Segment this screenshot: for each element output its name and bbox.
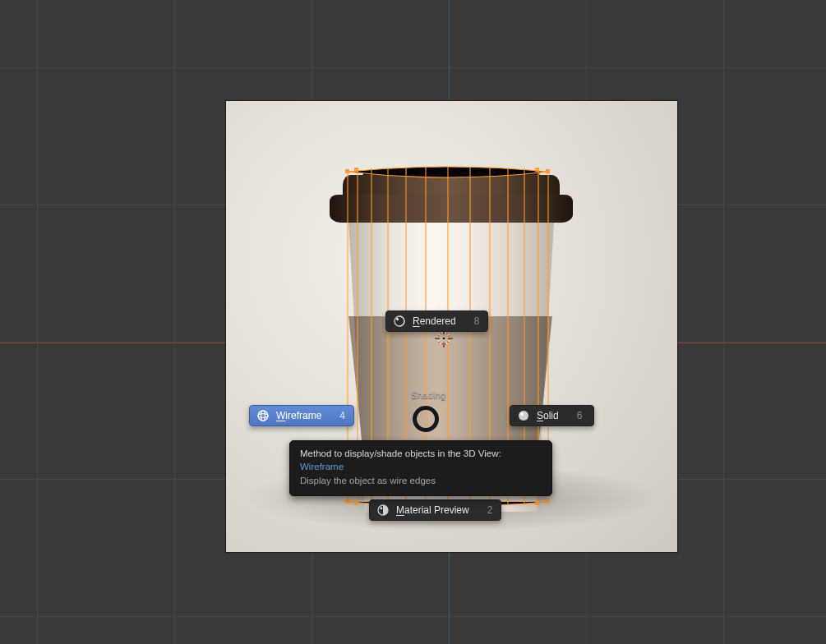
- pie-menu-ring-icon: [413, 406, 439, 432]
- pie-menu-title: Shading: [411, 390, 445, 400]
- svg-point-32: [258, 411, 268, 421]
- pie-item-shortcut: 6: [577, 410, 583, 421]
- pie-item-wireframe[interactable]: Wireframe 4: [249, 405, 354, 426]
- pie-item-label: Rendered: [413, 315, 456, 327]
- svg-point-29: [443, 338, 445, 340]
- pie-item-label: Wireframe: [276, 410, 321, 421]
- svg-point-35: [519, 411, 528, 421]
- 3d-cursor-icon: [435, 329, 453, 347]
- tooltip-line1-value: Wireframe: [300, 462, 344, 472]
- tooltip-line2: Display the object as wire edges: [300, 475, 542, 488]
- svg-point-38: [380, 507, 382, 509]
- pie-item-shortcut: 8: [474, 315, 480, 327]
- svg-point-31: [396, 318, 399, 320]
- material-preview-icon: [376, 504, 390, 517]
- rendered-shading-icon: [393, 315, 406, 328]
- svg-point-33: [258, 414, 268, 418]
- wireframe-shading-icon: [256, 409, 270, 422]
- tooltip-line1-prefix: Method to display/shade objects in the 3…: [300, 448, 501, 458]
- pie-item-shortcut: 2: [487, 504, 493, 516]
- svg-point-36: [520, 412, 524, 416]
- pie-item-solid[interactable]: Solid 6: [510, 405, 594, 426]
- pie-item-label: Solid: [537, 410, 559, 421]
- pie-item-material-preview[interactable]: Material Preview 2: [369, 499, 501, 521]
- svg-point-34: [261, 411, 265, 421]
- cup-lid-graphic: [330, 175, 573, 223]
- tooltip: Method to display/shade objects in the 3…: [289, 440, 552, 496]
- solid-shading-icon: [517, 409, 530, 422]
- pie-item-rendered[interactable]: Rendered 8: [385, 310, 488, 332]
- pie-item-label: Material Preview: [396, 504, 469, 516]
- pie-item-shortcut: 4: [339, 410, 345, 421]
